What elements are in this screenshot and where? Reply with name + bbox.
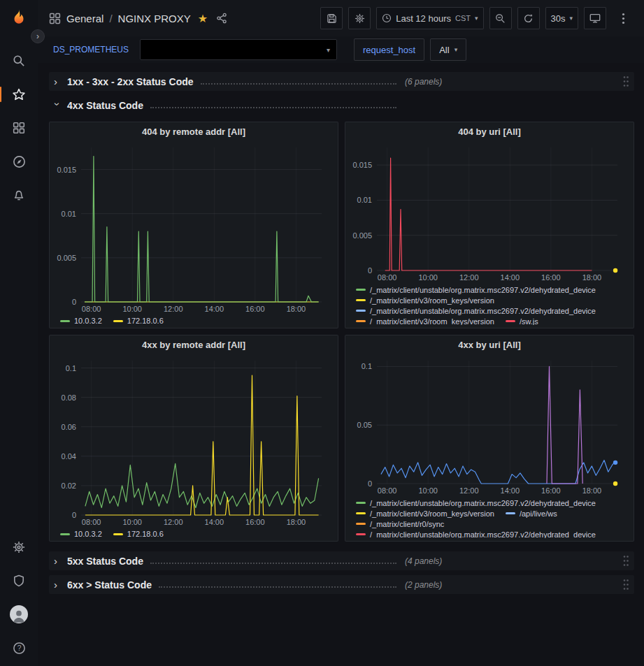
svg-text:14:00: 14:00 — [501, 273, 520, 282]
variable-request-host-value-dropdown[interactable]: All ▾ — [430, 38, 466, 61]
chevron-down-icon: ▾ — [475, 15, 478, 22]
svg-text:12:00: 12:00 — [164, 305, 183, 313]
legend-item[interactable]: /api/live/ws — [506, 509, 557, 518]
breadcrumb-section[interactable]: General — [66, 13, 103, 24]
sidebar-item-help[interactable]: ? — [0, 631, 38, 665]
legend-item[interactable]: /_matrix/client/unstable/org.matrix.msc2… — [356, 530, 596, 538]
timeseries-chart[interactable]: 00.0050.010.01508:0010:0012:0014:0016:00… — [350, 142, 629, 284]
zoom-out-button[interactable] — [489, 7, 512, 29]
star-icon — [13, 88, 25, 101]
refresh-button[interactable] — [517, 7, 540, 29]
legend-item[interactable]: /_matrix/client/unstable/org.matrix.msc2… — [356, 499, 596, 507]
svg-text:12:00: 12:00 — [164, 518, 183, 526]
sidebar-item-alerting[interactable] — [0, 178, 38, 212]
panel-title[interactable]: 4xx by remote addr [All] — [55, 335, 333, 355]
sidebar-item-configuration[interactable] — [0, 530, 38, 564]
variable-request-host-label[interactable]: request_host — [354, 38, 424, 61]
tv-mode-button[interactable] — [584, 7, 606, 29]
chevron-right-icon: › — [54, 555, 61, 567]
legend-series-label: /_matrix/client/v3/room_keys/version — [370, 509, 494, 518]
dashboard-settings-button[interactable] — [348, 7, 371, 29]
save-dashboard-button[interactable] — [320, 7, 343, 29]
grafana-flame-icon — [8, 8, 29, 29]
svg-text:0.08: 0.08 — [62, 393, 76, 402]
favorite-star-icon[interactable]: ★ — [198, 12, 208, 25]
legend-item[interactable]: /sw.js — [506, 317, 538, 325]
time-range-picker[interactable]: Last 12 hours CST ▾ — [376, 7, 483, 29]
legend-series-swatch — [506, 512, 515, 514]
panel-title[interactable]: 4xx by uri [All] — [350, 335, 629, 355]
refresh-interval-label: 30s — [551, 13, 566, 24]
dashboard-apps-icon — [49, 13, 61, 24]
legend-series-swatch — [113, 533, 123, 535]
svg-text:0.01: 0.01 — [62, 210, 76, 218]
chevron-right-icon: › — [54, 75, 61, 87]
sidebar-item-starred[interactable] — [0, 78, 38, 111]
sidebar-item-profile[interactable] — [0, 598, 38, 631]
row-panel-count: (4 panels) — [405, 556, 442, 566]
more-options-kebab-button[interactable] — [612, 7, 634, 29]
legend-item[interactable]: /_matrix/client/unstable/org.matrix.msc2… — [356, 286, 596, 294]
sidebar-expand-button[interactable]: › — [31, 29, 45, 43]
svg-text:16:00: 16:00 — [541, 273, 561, 282]
breadcrumb-dashboard-title[interactable]: NGINX PROXY — [118, 13, 191, 24]
dashboard-row-4xx[interactable]: › 4xx Status Code — [49, 96, 634, 115]
legend-item[interactable]: 10.0.3.2 — [60, 317, 102, 325]
svg-text:18:00: 18:00 — [287, 305, 306, 313]
svg-text:16:00: 16:00 — [541, 486, 561, 495]
legend-item[interactable]: 172.18.0.6 — [113, 317, 164, 325]
legend-series-swatch — [60, 320, 70, 322]
grafana-logo[interactable] — [6, 6, 31, 31]
svg-text:0: 0 — [72, 511, 76, 519]
variable-ds-prometheus-value-dropdown[interactable]: ▾ — [140, 39, 337, 60]
timeseries-chart[interactable]: 00.020.040.060.080.108:0010:0012:0014:00… — [55, 355, 333, 528]
dashboards-grid-icon — [13, 122, 25, 134]
panel-title[interactable]: 404 by remote addr [All] — [55, 122, 333, 142]
row-drag-handle[interactable] — [622, 579, 629, 591]
svg-text:14:00: 14:00 — [501, 486, 520, 495]
panel-title[interactable]: 404 by uri [All] — [350, 122, 629, 142]
legend-series-label: /_matrix/client/v3/room_keys/version — [370, 317, 494, 325]
request-host-value-text: All — [439, 45, 449, 55]
panel: 404 by remote addr [All] 00.0050.010.015… — [49, 122, 338, 328]
legend-item[interactable]: /_matrix/client/r0/sync — [356, 520, 444, 528]
legend-item[interactable]: /_matrix/client/v3/room_keys/version — [356, 509, 494, 518]
panel-legend: 10.0.3.2172.18.0.6 — [55, 528, 333, 538]
sidebar-item-search[interactable] — [0, 44, 38, 78]
row-title-dots — [150, 563, 396, 564]
refresh-interval-picker[interactable]: 30s ▾ — [545, 7, 579, 29]
svg-text:10:00: 10:00 — [122, 518, 142, 526]
sidebar-item-explore[interactable] — [0, 145, 38, 178]
legend-item[interactable]: /_matrix/client/unstable/org.matrix.msc2… — [356, 307, 596, 315]
legend-series-swatch — [356, 310, 366, 312]
avatar — [10, 605, 28, 623]
sidebar-item-server-admin[interactable] — [0, 564, 38, 598]
main-area: General / NGINX PROXY ★ — [38, 0, 644, 666]
svg-text:0: 0 — [72, 298, 76, 306]
sidebar-item-dashboards[interactable] — [0, 111, 38, 145]
legend-series-swatch — [60, 533, 70, 535]
legend-item[interactable]: 10.0.3.2 — [60, 530, 102, 538]
legend-item[interactable]: /_matrix/client/v3/room_keys/version — [356, 317, 494, 325]
timeseries-chart[interactable]: 00.0050.010.01508:0010:0012:0014:0016:00… — [55, 142, 333, 314]
timeseries-chart[interactable]: 00.050.108:0010:0012:0014:0016:0018:00 — [350, 355, 629, 497]
legend-series-swatch — [356, 502, 366, 504]
svg-text:08:00: 08:00 — [378, 273, 397, 282]
dashboard-row-6xx[interactable]: › 6xx > Status Code (2 panels) — [49, 575, 634, 594]
dashboard-row-1xx-3xx-2xx[interactable]: › 1xx - 3xx - 2xx Status Code (6 panels) — [49, 72, 634, 91]
grafana-app: ? › General / NGINX PROXY ★ — [0, 0, 644, 666]
search-icon — [13, 55, 25, 67]
dashboard-row-5xx[interactable]: › 5xx Status Code (4 panels) — [49, 551, 634, 570]
svg-text:10:00: 10:00 — [418, 486, 438, 495]
variable-ds-prometheus-label[interactable]: DS_PROMETHEUS — [49, 45, 133, 55]
legend-series-swatch — [113, 320, 123, 322]
request-host-label-text: request_host — [363, 45, 415, 55]
share-button[interactable] — [213, 10, 230, 27]
refresh-icon — [523, 13, 534, 24]
legend-item[interactable]: 172.18.0.6 — [113, 530, 164, 538]
row-drag-handle[interactable] — [622, 555, 629, 567]
svg-text:0.015: 0.015 — [352, 161, 372, 169]
legend-item[interactable]: /_matrix/client/v3/room_keys/version — [356, 296, 494, 305]
svg-text:0.05: 0.05 — [357, 421, 372, 429]
row-drag-handle[interactable] — [622, 75, 629, 87]
